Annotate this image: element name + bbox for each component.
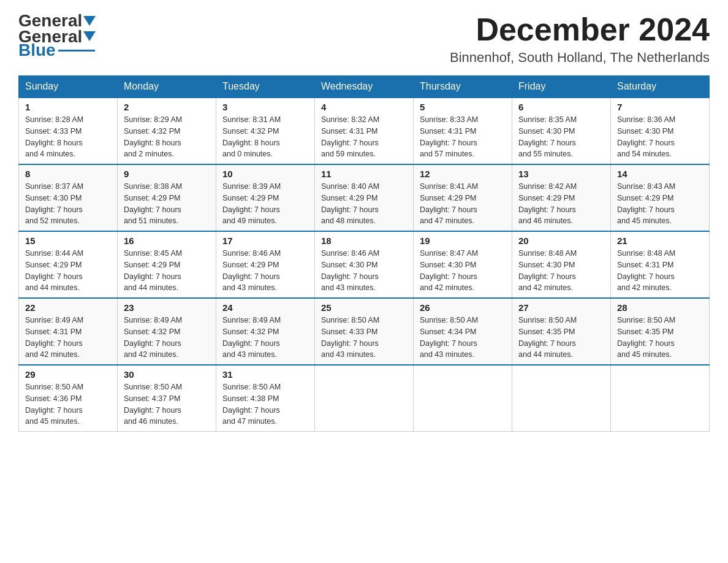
day-info: Sunrise: 8:47 AMSunset: 4:30 PMDaylight:… [420, 248, 506, 294]
header-monday: Monday [118, 76, 216, 98]
day-info: Sunrise: 8:40 AMSunset: 4:29 PMDaylight:… [321, 181, 407, 227]
day-cell-2-4: 19 Sunrise: 8:47 AMSunset: 4:30 PMDaylig… [414, 231, 512, 298]
header-saturday: Saturday [611, 76, 710, 98]
day-info: Sunrise: 8:45 AMSunset: 4:29 PMDaylight:… [124, 248, 210, 294]
location-subtitle: Binnenhof, South Holland, The Netherland… [450, 50, 710, 66]
day-cell-3-4: 26 Sunrise: 8:50 AMSunset: 4:34 PMDaylig… [414, 298, 512, 365]
day-cell-2-3: 18 Sunrise: 8:46 AMSunset: 4:30 PMDaylig… [315, 231, 414, 298]
day-number: 14 [617, 169, 703, 179]
day-info: Sunrise: 8:33 AMSunset: 4:31 PMDaylight:… [420, 114, 506, 160]
day-number: 7 [617, 102, 703, 112]
day-info: Sunrise: 8:50 AMSunset: 4:36 PMDaylight:… [25, 381, 111, 427]
logo-triangle-icon2 [83, 31, 96, 41]
day-number: 20 [518, 236, 604, 246]
day-number: 1 [25, 102, 111, 112]
day-info: Sunrise: 8:50 AMSunset: 4:35 PMDaylight:… [617, 315, 703, 361]
day-cell-0-1: 2 Sunrise: 8:29 AMSunset: 4:32 PMDayligh… [118, 98, 216, 164]
week-row-1: 1 Sunrise: 8:28 AMSunset: 4:33 PMDayligh… [19, 98, 710, 164]
day-info: Sunrise: 8:43 AMSunset: 4:29 PMDaylight:… [617, 181, 703, 227]
day-cell-4-3 [315, 365, 414, 432]
day-number: 4 [321, 102, 407, 112]
day-number: 12 [420, 169, 506, 179]
day-cell-0-3: 4 Sunrise: 8:32 AMSunset: 4:31 PMDayligh… [315, 98, 414, 164]
day-cell-2-1: 16 Sunrise: 8:45 AMSunset: 4:29 PMDaylig… [118, 231, 216, 298]
logo: General General Blue [18, 12, 97, 60]
day-cell-0-6: 7 Sunrise: 8:36 AMSunset: 4:30 PMDayligh… [611, 98, 710, 164]
day-cell-2-5: 20 Sunrise: 8:48 AMSunset: 4:30 PMDaylig… [512, 231, 611, 298]
header-sunday: Sunday [19, 76, 118, 98]
day-info: Sunrise: 8:36 AMSunset: 4:30 PMDaylight:… [617, 114, 703, 160]
day-number: 27 [518, 302, 604, 313]
day-cell-3-1: 23 Sunrise: 8:49 AMSunset: 4:32 PMDaylig… [118, 298, 216, 365]
calendar-table: Sunday Monday Tuesday Wednesday Thursday… [18, 75, 710, 432]
day-cell-1-3: 11 Sunrise: 8:40 AMSunset: 4:29 PMDaylig… [315, 164, 414, 231]
day-cell-3-2: 24 Sunrise: 8:49 AMSunset: 4:32 PMDaylig… [216, 298, 315, 365]
day-number: 13 [518, 169, 604, 179]
day-cell-1-4: 12 Sunrise: 8:41 AMSunset: 4:29 PMDaylig… [414, 164, 512, 231]
day-cell-1-5: 13 Sunrise: 8:42 AMSunset: 4:29 PMDaylig… [512, 164, 611, 231]
day-cell-4-1: 30 Sunrise: 8:50 AMSunset: 4:37 PMDaylig… [118, 365, 216, 432]
day-cell-4-2: 31 Sunrise: 8:50 AMSunset: 4:38 PMDaylig… [216, 365, 315, 432]
day-cell-2-2: 17 Sunrise: 8:46 AMSunset: 4:29 PMDaylig… [216, 231, 315, 298]
day-cell-3-0: 22 Sunrise: 8:49 AMSunset: 4:31 PMDaylig… [19, 298, 118, 365]
header-tuesday: Tuesday [216, 76, 315, 98]
month-title: December 2024 [450, 12, 710, 47]
day-number: 31 [222, 369, 308, 380]
day-info: Sunrise: 8:29 AMSunset: 4:32 PMDaylight:… [124, 114, 210, 160]
week-row-3: 15 Sunrise: 8:44 AMSunset: 4:29 PMDaylig… [19, 231, 710, 298]
day-info: Sunrise: 8:41 AMSunset: 4:29 PMDaylight:… [420, 181, 506, 227]
day-info: Sunrise: 8:32 AMSunset: 4:31 PMDaylight:… [321, 114, 407, 160]
day-cell-4-6 [611, 365, 710, 432]
day-number: 19 [420, 236, 506, 246]
day-cell-0-4: 5 Sunrise: 8:33 AMSunset: 4:31 PMDayligh… [414, 98, 512, 164]
day-cell-0-5: 6 Sunrise: 8:35 AMSunset: 4:30 PMDayligh… [512, 98, 611, 164]
day-number: 28 [617, 302, 703, 313]
day-number: 8 [25, 169, 111, 179]
day-number: 15 [25, 236, 111, 246]
week-row-4: 22 Sunrise: 8:49 AMSunset: 4:31 PMDaylig… [19, 298, 710, 365]
weekday-header-row: Sunday Monday Tuesday Wednesday Thursday… [19, 76, 710, 98]
day-info: Sunrise: 8:48 AMSunset: 4:31 PMDaylight:… [617, 248, 703, 294]
day-info: Sunrise: 8:31 AMSunset: 4:32 PMDaylight:… [222, 114, 308, 160]
day-info: Sunrise: 8:50 AMSunset: 4:38 PMDaylight:… [222, 381, 308, 427]
day-cell-1-1: 9 Sunrise: 8:38 AMSunset: 4:29 PMDayligh… [118, 164, 216, 231]
day-number: 23 [124, 302, 210, 313]
week-row-2: 8 Sunrise: 8:37 AMSunset: 4:30 PMDayligh… [19, 164, 710, 231]
day-number: 21 [617, 236, 703, 246]
day-info: Sunrise: 8:49 AMSunset: 4:32 PMDaylight:… [222, 315, 308, 361]
day-info: Sunrise: 8:35 AMSunset: 4:30 PMDaylight:… [518, 114, 604, 160]
day-number: 25 [321, 302, 407, 313]
week-row-5: 29 Sunrise: 8:50 AMSunset: 4:36 PMDaylig… [19, 365, 710, 432]
day-info: Sunrise: 8:49 AMSunset: 4:31 PMDaylight:… [25, 315, 111, 361]
day-info: Sunrise: 8:39 AMSunset: 4:29 PMDaylight:… [222, 181, 308, 227]
day-info: Sunrise: 8:46 AMSunset: 4:29 PMDaylight:… [222, 248, 308, 294]
header-thursday: Thursday [414, 76, 512, 98]
day-cell-3-5: 27 Sunrise: 8:50 AMSunset: 4:35 PMDaylig… [512, 298, 611, 365]
day-cell-1-2: 10 Sunrise: 8:39 AMSunset: 4:29 PMDaylig… [216, 164, 315, 231]
day-cell-4-4 [414, 365, 512, 432]
day-info: Sunrise: 8:46 AMSunset: 4:30 PMDaylight:… [321, 248, 407, 294]
logo-blue-text: Blue [18, 40, 56, 60]
day-number: 22 [25, 302, 111, 313]
day-number: 18 [321, 236, 407, 246]
day-number: 30 [124, 369, 210, 380]
day-number: 26 [420, 302, 506, 313]
day-number: 10 [222, 169, 308, 179]
day-info: Sunrise: 8:48 AMSunset: 4:30 PMDaylight:… [518, 248, 604, 294]
day-cell-3-6: 28 Sunrise: 8:50 AMSunset: 4:35 PMDaylig… [611, 298, 710, 365]
day-info: Sunrise: 8:50 AMSunset: 4:33 PMDaylight:… [321, 315, 407, 361]
day-number: 2 [124, 102, 210, 112]
logo-triangle-icon [83, 16, 96, 26]
day-cell-2-6: 21 Sunrise: 8:48 AMSunset: 4:31 PMDaylig… [611, 231, 710, 298]
day-number: 9 [124, 169, 210, 179]
day-number: 29 [25, 369, 111, 380]
day-cell-1-6: 14 Sunrise: 8:43 AMSunset: 4:29 PMDaylig… [611, 164, 710, 231]
day-number: 6 [518, 102, 604, 112]
day-cell-3-3: 25 Sunrise: 8:50 AMSunset: 4:33 PMDaylig… [315, 298, 414, 365]
day-info: Sunrise: 8:50 AMSunset: 4:34 PMDaylight:… [420, 315, 506, 361]
page-header: General General Blue December 2024 Binne… [18, 12, 710, 66]
day-number: 24 [222, 302, 308, 313]
day-info: Sunrise: 8:37 AMSunset: 4:30 PMDaylight:… [25, 181, 111, 227]
day-info: Sunrise: 8:28 AMSunset: 4:33 PMDaylight:… [25, 114, 111, 160]
day-cell-4-0: 29 Sunrise: 8:50 AMSunset: 4:36 PMDaylig… [19, 365, 118, 432]
